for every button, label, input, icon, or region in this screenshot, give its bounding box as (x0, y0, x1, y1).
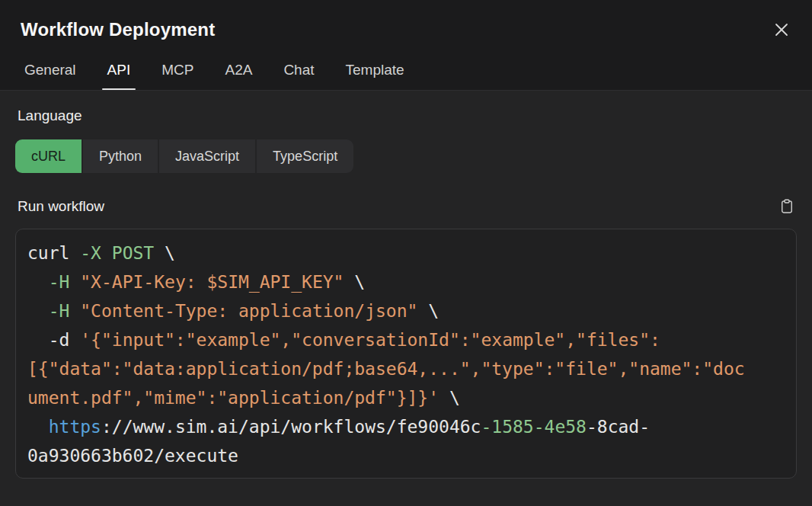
copy-button[interactable] (779, 198, 794, 215)
modal-title: Workflow Deployment (21, 18, 215, 41)
tab-bar: GeneralAPIMCPA2AChatTemplate (21, 62, 791, 90)
modal-header: Workflow Deployment GeneralAPIMCPA2AChat… (0, 0, 812, 91)
code-line: 0a930663b602/execute (27, 441, 785, 470)
language-label: Language (15, 107, 797, 124)
tab-a2a[interactable]: A2A (223, 62, 254, 90)
language-option-python[interactable]: Python (83, 139, 158, 173)
run-workflow-label: Run workflow (18, 198, 104, 215)
code-line: https://www.sim.ai/api/workflows/fe90046… (27, 412, 785, 441)
language-option-javascript[interactable]: JavaScript (159, 139, 255, 173)
code-line: -H "X-API-Key: $SIM_API_KEY" \ (27, 267, 785, 296)
code-line: ument.pdf","mime":"application/pdf"}]}' … (27, 383, 785, 412)
code-block: curl -X POST \ -H "X-API-Key: $SIM_API_K… (15, 229, 797, 479)
language-option-typescript[interactable]: TypeScript (257, 139, 353, 173)
code-line: curl -X POST \ (27, 239, 785, 267)
language-selector: cURLPythonJavaScriptTypeScript (15, 139, 353, 173)
clipboard-icon (779, 198, 794, 215)
close-icon (773, 21, 790, 38)
workflow-deployment-modal: Workflow Deployment GeneralAPIMCPA2AChat… (0, 0, 812, 506)
code-line: -H "Content-Type: application/json" \ (27, 296, 785, 325)
modal-content: Language cURLPythonJavaScriptTypeScript … (0, 91, 812, 506)
run-workflow-row: Run workflow (15, 198, 797, 215)
tab-chat[interactable]: Chat (282, 62, 315, 90)
tab-api[interactable]: API (106, 62, 133, 90)
language-option-curl[interactable]: cURL (15, 139, 82, 173)
close-button[interactable] (772, 20, 791, 40)
code-line: -d '{"input":"example","conversationId":… (27, 325, 785, 354)
tab-general[interactable]: General (23, 62, 78, 90)
tab-template[interactable]: Template (344, 62, 406, 90)
tab-mcp[interactable]: MCP (160, 62, 195, 90)
code-line: [{"data":"data:application/pdf;base64,..… (27, 354, 785, 383)
